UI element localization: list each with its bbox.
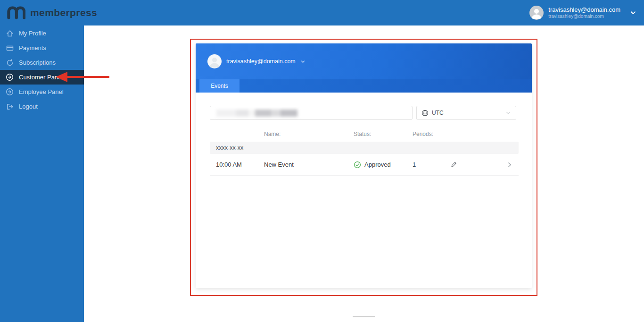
controls-row: UTC [210,106,519,120]
avatar [529,6,544,20]
tab-label: Events [211,83,228,89]
sidebar: My Profile Payments Subscriptions Custom… [0,25,84,322]
home-icon [6,30,14,37]
timezone-value: UTC [432,110,444,116]
brand-name: memberpress [30,7,97,18]
panel-header: travisashley@domain.com [196,43,532,79]
sidebar-item-payments[interactable]: Payments [0,41,84,55]
page-divider [353,316,375,317]
event-periods: 1 [413,161,450,168]
sidebar-item-my-profile[interactable]: My Profile [0,26,84,41]
timezone-select[interactable]: UTC [416,106,516,120]
sidebar-item-subscriptions[interactable]: Subscriptions [0,55,84,70]
panel-avatar [207,54,222,68]
approved-check-icon [354,161,361,169]
panel-tabbar: Events [196,79,532,93]
user-email: travisashley@domain.com [548,6,620,14]
sidebar-item-label: Logout [19,103,38,110]
panel-user-menu[interactable]: travisashley@domain.com [207,54,305,68]
chevron-down-icon [300,59,305,64]
column-header-status: Status: [354,131,413,137]
refresh-icon [6,59,14,67]
event-status: Approved [354,161,413,169]
pencil-icon [450,161,457,168]
annotation-arrow [67,76,109,78]
table-row[interactable]: 10:00 AM New Event Approved 1 [210,154,519,176]
user-secondary-email: travisashley@domain.com [548,14,620,20]
event-time: 10:00 AM [210,161,264,168]
arrow-circle-right-icon [6,88,14,96]
table-header-row: Name: Status: Periods: [210,128,519,140]
tab-events[interactable]: Events [199,79,239,93]
customer-panel-card: travisashley@domain.com Events [196,43,532,288]
top-bar: memberpress travisashley@domain.com trav… [0,0,644,25]
date-group-row: xxxx-xx-xx [210,142,519,154]
arrow-circle-right-icon [6,73,14,81]
sidebar-item-logout[interactable]: Logout [0,99,84,114]
event-name: New Event [264,161,354,168]
panel-body: UTC Name: Status: Periods: xxxx-xx-xx 10… [196,93,532,176]
redacted-text [216,110,297,117]
row-expand-button[interactable] [479,161,519,168]
column-header-periods: Periods: [413,131,450,137]
sidebar-item-employee-panel[interactable]: Employee Panel [0,85,84,99]
sidebar-item-label: Payments [19,44,46,51]
brand: memberpress [0,5,97,20]
event-status-label: Approved [364,161,391,168]
search-input[interactable] [210,106,413,120]
logout-icon [6,103,14,110]
sidebar-item-label: Subscriptions [19,59,56,66]
credit-card-icon [6,44,14,52]
sidebar-item-label: My Profile [19,30,46,37]
chevron-right-icon [506,161,513,168]
column-header-name: Name: [264,131,354,137]
sidebar-item-label: Employee Panel [19,88,64,95]
memberpress-logo-icon [7,5,25,20]
user-menu[interactable]: travisashley@domain.com travisashley@dom… [529,6,636,20]
user-email-block: travisashley@domain.com travisashley@dom… [548,6,620,20]
chevron-down-icon[interactable] [630,9,636,16]
globe-icon [421,110,429,117]
edit-button[interactable] [450,161,479,168]
chevron-down-icon [505,110,511,116]
panel-user-email: travisashley@domain.com [226,58,296,65]
group-date: xxxx-xx-xx [216,144,243,151]
